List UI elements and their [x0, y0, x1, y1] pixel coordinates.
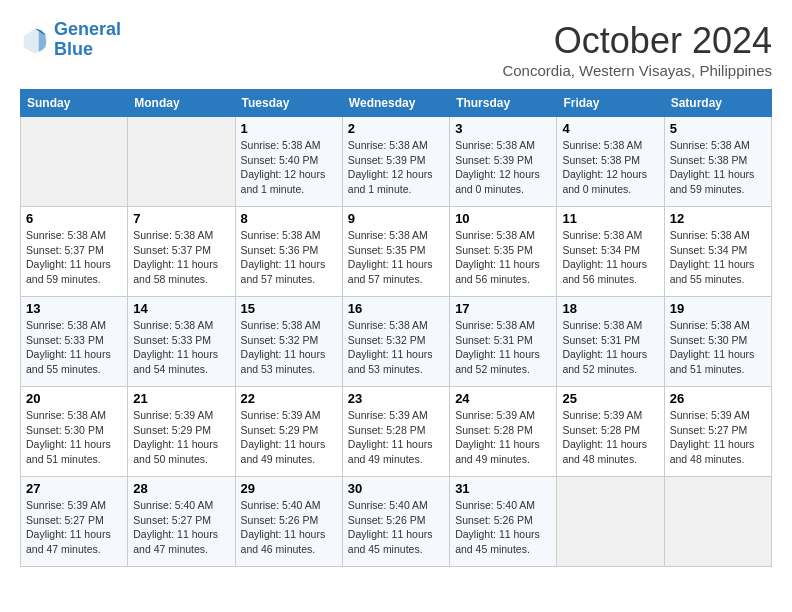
day-number: 15	[241, 301, 337, 316]
calendar-cell	[557, 477, 664, 567]
calendar-cell: 26Sunrise: 5:39 AM Sunset: 5:27 PM Dayli…	[664, 387, 771, 477]
day-info: Sunrise: 5:38 AM Sunset: 5:35 PM Dayligh…	[455, 228, 551, 287]
day-number: 4	[562, 121, 658, 136]
day-number: 11	[562, 211, 658, 226]
calendar-cell: 9Sunrise: 5:38 AM Sunset: 5:35 PM Daylig…	[342, 207, 449, 297]
day-number: 24	[455, 391, 551, 406]
logo-icon	[20, 25, 50, 55]
day-number: 17	[455, 301, 551, 316]
calendar-cell: 13Sunrise: 5:38 AM Sunset: 5:33 PM Dayli…	[21, 297, 128, 387]
day-info: Sunrise: 5:38 AM Sunset: 5:32 PM Dayligh…	[241, 318, 337, 377]
day-info: Sunrise: 5:38 AM Sunset: 5:37 PM Dayligh…	[133, 228, 229, 287]
day-number: 7	[133, 211, 229, 226]
day-header-saturday: Saturday	[664, 90, 771, 117]
day-info: Sunrise: 5:39 AM Sunset: 5:29 PM Dayligh…	[133, 408, 229, 467]
calendar-table: SundayMondayTuesdayWednesdayThursdayFrid…	[20, 89, 772, 567]
calendar-cell: 11Sunrise: 5:38 AM Sunset: 5:34 PM Dayli…	[557, 207, 664, 297]
day-info: Sunrise: 5:38 AM Sunset: 5:38 PM Dayligh…	[670, 138, 766, 197]
calendar-cell: 10Sunrise: 5:38 AM Sunset: 5:35 PM Dayli…	[450, 207, 557, 297]
calendar-cell: 6Sunrise: 5:38 AM Sunset: 5:37 PM Daylig…	[21, 207, 128, 297]
day-info: Sunrise: 5:39 AM Sunset: 5:28 PM Dayligh…	[455, 408, 551, 467]
calendar-cell: 28Sunrise: 5:40 AM Sunset: 5:27 PM Dayli…	[128, 477, 235, 567]
month-title: October 2024	[502, 20, 772, 62]
day-info: Sunrise: 5:38 AM Sunset: 5:38 PM Dayligh…	[562, 138, 658, 197]
header: General Blue October 2024 Concordia, Wes…	[20, 20, 772, 79]
logo-line1: General	[54, 19, 121, 39]
day-number: 10	[455, 211, 551, 226]
day-number: 2	[348, 121, 444, 136]
day-number: 21	[133, 391, 229, 406]
day-info: Sunrise: 5:39 AM Sunset: 5:28 PM Dayligh…	[348, 408, 444, 467]
day-number: 20	[26, 391, 122, 406]
calendar-cell: 3Sunrise: 5:38 AM Sunset: 5:39 PM Daylig…	[450, 117, 557, 207]
calendar-cell: 1Sunrise: 5:38 AM Sunset: 5:40 PM Daylig…	[235, 117, 342, 207]
day-number: 31	[455, 481, 551, 496]
day-info: Sunrise: 5:38 AM Sunset: 5:40 PM Dayligh…	[241, 138, 337, 197]
day-info: Sunrise: 5:39 AM Sunset: 5:28 PM Dayligh…	[562, 408, 658, 467]
calendar-cell: 22Sunrise: 5:39 AM Sunset: 5:29 PM Dayli…	[235, 387, 342, 477]
day-number: 18	[562, 301, 658, 316]
day-info: Sunrise: 5:40 AM Sunset: 5:27 PM Dayligh…	[133, 498, 229, 557]
calendar-cell	[664, 477, 771, 567]
day-info: Sunrise: 5:38 AM Sunset: 5:34 PM Dayligh…	[670, 228, 766, 287]
day-number: 19	[670, 301, 766, 316]
day-info: Sunrise: 5:39 AM Sunset: 5:29 PM Dayligh…	[241, 408, 337, 467]
calendar-cell	[128, 117, 235, 207]
calendar-cell: 7Sunrise: 5:38 AM Sunset: 5:37 PM Daylig…	[128, 207, 235, 297]
day-header-wednesday: Wednesday	[342, 90, 449, 117]
day-header-thursday: Thursday	[450, 90, 557, 117]
title-area: October 2024 Concordia, Western Visayas,…	[502, 20, 772, 79]
calendar-cell: 31Sunrise: 5:40 AM Sunset: 5:26 PM Dayli…	[450, 477, 557, 567]
week-row-3: 13Sunrise: 5:38 AM Sunset: 5:33 PM Dayli…	[21, 297, 772, 387]
day-header-monday: Monday	[128, 90, 235, 117]
day-info: Sunrise: 5:38 AM Sunset: 5:39 PM Dayligh…	[348, 138, 444, 197]
calendar-cell: 20Sunrise: 5:38 AM Sunset: 5:30 PM Dayli…	[21, 387, 128, 477]
calendar-cell: 19Sunrise: 5:38 AM Sunset: 5:30 PM Dayli…	[664, 297, 771, 387]
week-row-4: 20Sunrise: 5:38 AM Sunset: 5:30 PM Dayli…	[21, 387, 772, 477]
day-info: Sunrise: 5:40 AM Sunset: 5:26 PM Dayligh…	[455, 498, 551, 557]
calendar-cell: 15Sunrise: 5:38 AM Sunset: 5:32 PM Dayli…	[235, 297, 342, 387]
day-header-sunday: Sunday	[21, 90, 128, 117]
day-info: Sunrise: 5:38 AM Sunset: 5:31 PM Dayligh…	[455, 318, 551, 377]
day-number: 12	[670, 211, 766, 226]
day-number: 27	[26, 481, 122, 496]
week-row-5: 27Sunrise: 5:39 AM Sunset: 5:27 PM Dayli…	[21, 477, 772, 567]
day-info: Sunrise: 5:39 AM Sunset: 5:27 PM Dayligh…	[26, 498, 122, 557]
day-header-tuesday: Tuesday	[235, 90, 342, 117]
logo: General Blue	[20, 20, 121, 60]
day-number: 26	[670, 391, 766, 406]
calendar-cell: 29Sunrise: 5:40 AM Sunset: 5:26 PM Dayli…	[235, 477, 342, 567]
day-number: 6	[26, 211, 122, 226]
day-info: Sunrise: 5:40 AM Sunset: 5:26 PM Dayligh…	[241, 498, 337, 557]
day-info: Sunrise: 5:38 AM Sunset: 5:31 PM Dayligh…	[562, 318, 658, 377]
calendar-cell: 24Sunrise: 5:39 AM Sunset: 5:28 PM Dayli…	[450, 387, 557, 477]
location-title: Concordia, Western Visayas, Philippines	[502, 62, 772, 79]
calendar-cell: 8Sunrise: 5:38 AM Sunset: 5:36 PM Daylig…	[235, 207, 342, 297]
day-info: Sunrise: 5:38 AM Sunset: 5:30 PM Dayligh…	[670, 318, 766, 377]
calendar-cell: 18Sunrise: 5:38 AM Sunset: 5:31 PM Dayli…	[557, 297, 664, 387]
calendar-cell: 14Sunrise: 5:38 AM Sunset: 5:33 PM Dayli…	[128, 297, 235, 387]
day-number: 16	[348, 301, 444, 316]
calendar-cell: 4Sunrise: 5:38 AM Sunset: 5:38 PM Daylig…	[557, 117, 664, 207]
calendar-cell: 2Sunrise: 5:38 AM Sunset: 5:39 PM Daylig…	[342, 117, 449, 207]
week-row-1: 1Sunrise: 5:38 AM Sunset: 5:40 PM Daylig…	[21, 117, 772, 207]
day-info: Sunrise: 5:38 AM Sunset: 5:30 PM Dayligh…	[26, 408, 122, 467]
calendar-cell: 5Sunrise: 5:38 AM Sunset: 5:38 PM Daylig…	[664, 117, 771, 207]
day-number: 25	[562, 391, 658, 406]
calendar-header-row: SundayMondayTuesdayWednesdayThursdayFrid…	[21, 90, 772, 117]
calendar-cell: 27Sunrise: 5:39 AM Sunset: 5:27 PM Dayli…	[21, 477, 128, 567]
day-number: 5	[670, 121, 766, 136]
day-info: Sunrise: 5:38 AM Sunset: 5:33 PM Dayligh…	[26, 318, 122, 377]
calendar-cell: 25Sunrise: 5:39 AM Sunset: 5:28 PM Dayli…	[557, 387, 664, 477]
week-row-2: 6Sunrise: 5:38 AM Sunset: 5:37 PM Daylig…	[21, 207, 772, 297]
day-number: 22	[241, 391, 337, 406]
day-header-friday: Friday	[557, 90, 664, 117]
day-number: 13	[26, 301, 122, 316]
calendar-cell: 16Sunrise: 5:38 AM Sunset: 5:32 PM Dayli…	[342, 297, 449, 387]
calendar-cell: 23Sunrise: 5:39 AM Sunset: 5:28 PM Dayli…	[342, 387, 449, 477]
day-info: Sunrise: 5:38 AM Sunset: 5:36 PM Dayligh…	[241, 228, 337, 287]
day-number: 28	[133, 481, 229, 496]
calendar-cell: 30Sunrise: 5:40 AM Sunset: 5:26 PM Dayli…	[342, 477, 449, 567]
calendar-body: 1Sunrise: 5:38 AM Sunset: 5:40 PM Daylig…	[21, 117, 772, 567]
day-info: Sunrise: 5:38 AM Sunset: 5:34 PM Dayligh…	[562, 228, 658, 287]
